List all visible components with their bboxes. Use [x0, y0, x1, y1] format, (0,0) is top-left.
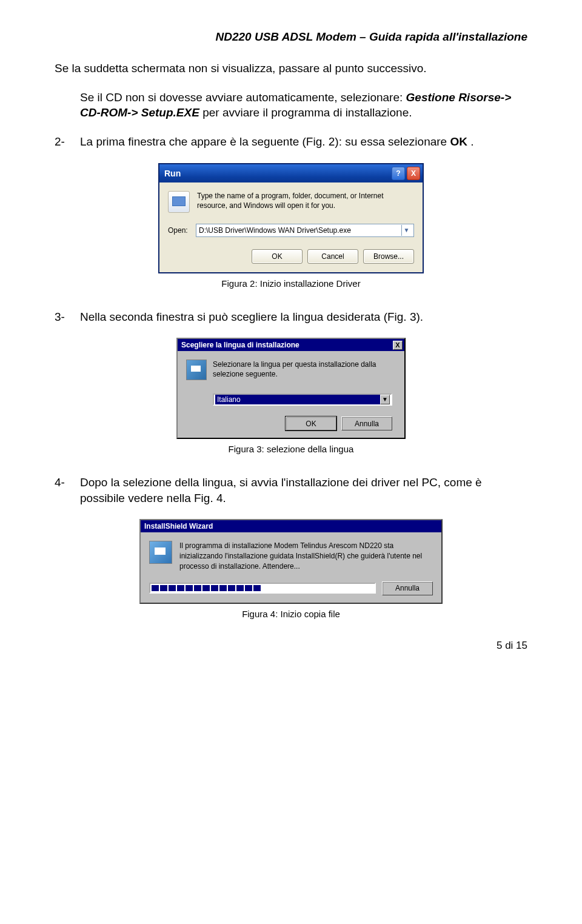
paragraph-2-post: per avviare il programma di installazion…	[202, 106, 412, 119]
language-body: Selezionare la lingua per questa install…	[178, 351, 404, 438]
installshield-titlebar[interactable]: InstallShield Wizard	[141, 520, 441, 532]
list-item-2-num: 2-	[55, 134, 80, 150]
run-body: Type the name of a program, folder, docu…	[159, 182, 423, 272]
language-description: Selezionare la lingua per questa install…	[213, 360, 396, 380]
page: ND220 USB ADSL Modem – Guida rapida all'…	[0, 0, 582, 676]
paragraph-2: Se il CD non si dovesse avviare automati…	[80, 90, 527, 121]
cancel-button[interactable]: Cancel	[307, 249, 358, 264]
open-label: Open:	[168, 226, 196, 235]
run-dialog: Run ? X Type the name of a program, fold…	[158, 163, 424, 273]
figure-3-caption: Figura 3: selezione della lingua	[55, 444, 527, 454]
paragraph-1: Se la suddetta schermata non si visualiz…	[55, 61, 527, 76]
cancel-button[interactable]: Annulla	[382, 581, 433, 595]
open-value: D:\USB Driver\Windows WAN Driver\Setup.e…	[199, 226, 401, 235]
figure-4-caption: Figura 4: Inizio copia file	[55, 609, 527, 619]
browse-button[interactable]: Browse...	[363, 249, 414, 264]
list-item-4: 4- Dopo la selezione della lingua, si av…	[55, 475, 527, 506]
chevron-down-icon[interactable]: ▼	[401, 225, 411, 236]
installer-icon	[149, 541, 172, 564]
list-item-2-post: .	[470, 135, 473, 148]
ok-button[interactable]: OK	[286, 417, 336, 430]
progress-bar	[149, 583, 376, 594]
chevron-down-icon[interactable]: ▼	[380, 395, 390, 404]
list-item-2-pre: La prima finestra che appare è la seguen…	[80, 135, 450, 148]
figure-4: InstallShield Wizard Il programma di ins…	[55, 519, 527, 603]
run-icon	[168, 191, 190, 213]
open-combobox[interactable]: D:\USB Driver\Windows WAN Driver\Setup.e…	[196, 224, 414, 237]
list-item-3-text: Nella seconda finestra si può scegliere …	[80, 309, 527, 325]
paragraph-2-pre: Se il CD non si dovesse avviare automati…	[80, 91, 406, 104]
run-title-text: Run	[164, 169, 390, 178]
page-header: ND220 USB ADSL Modem – Guida rapida all'…	[55, 30, 527, 44]
language-dialog: Scegliere la lingua di installazione X S…	[176, 338, 406, 439]
language-titlebar[interactable]: Scegliere la lingua di installazione X	[178, 339, 404, 351]
run-titlebar[interactable]: Run ? X	[159, 164, 423, 182]
help-button[interactable]: ?	[392, 167, 405, 180]
installshield-body: Il programma di installazione Modem Teli…	[141, 532, 441, 602]
figure-2-caption: Figura 2: Inizio installazione Driver	[55, 278, 527, 289]
run-description: Type the name of a program, folder, docu…	[197, 191, 414, 213]
language-select-value: Italiano	[215, 395, 380, 404]
list-item-4-num: 4-	[55, 475, 80, 506]
close-button[interactable]: X	[407, 167, 420, 180]
page-number: 5 di 15	[55, 640, 527, 652]
installshield-title-text: InstallShield Wizard	[144, 522, 213, 531]
installshield-description: Il programma di installazione Modem Teli…	[179, 541, 433, 571]
cancel-button[interactable]: Annulla	[341, 417, 392, 430]
globe-icon	[186, 360, 207, 380]
close-button[interactable]: X	[393, 341, 403, 350]
figure-2: Run ? X Type the name of a program, fold…	[55, 163, 527, 273]
ok-button[interactable]: OK	[252, 249, 303, 264]
list-item-4-text: Dopo la selezione della lingua, si avvia…	[80, 475, 527, 506]
list-item-2-bold: OK	[450, 135, 467, 148]
language-select[interactable]: Italiano ▼	[213, 393, 392, 406]
list-item-2: 2- La prima finestra che appare è la seg…	[55, 134, 527, 150]
installshield-dialog: InstallShield Wizard Il programma di ins…	[139, 519, 443, 603]
figure-3: Scegliere la lingua di installazione X S…	[55, 338, 527, 439]
language-title-text: Scegliere la lingua di installazione	[181, 341, 393, 349]
list-item-3-num: 3-	[55, 309, 80, 325]
list-item-3: 3- Nella seconda finestra si può sceglie…	[55, 309, 527, 325]
